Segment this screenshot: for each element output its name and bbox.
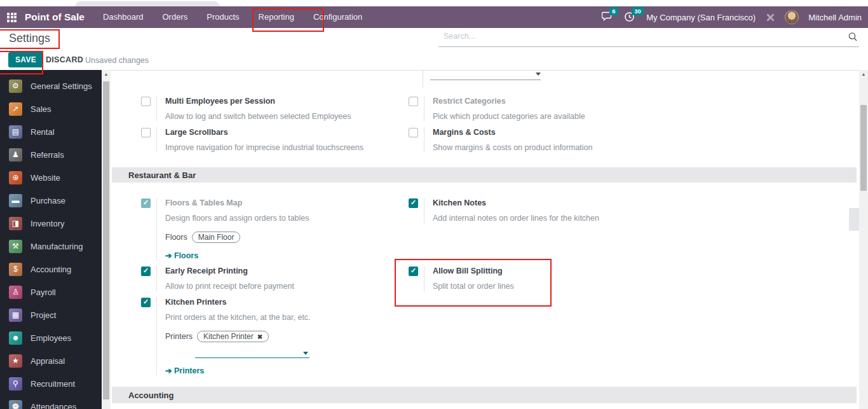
printers-link[interactable]: Printers [165,366,311,375]
checkbox-early-receipt-printing[interactable] [141,267,151,276]
sidebar-item-employees[interactable]: ☻Employees [0,326,102,349]
sidebar-item-label: Website [31,173,60,183]
setting-label[interactable]: Kitchen Notes [433,198,599,209]
sidebar-item-sales[interactable]: ↗Sales [0,97,102,120]
referral-person-icon: ♟ [9,148,22,162]
sidebar-item-recruitment[interactable]: ⚲Recruitment [0,372,102,395]
sidebar-item-label: Payroll [31,288,56,297]
sidebar-scrollbar[interactable]: ▲ [102,70,111,409]
setting-label[interactable]: Large Scrollbars [165,127,363,138]
settings-panel: Multi Employees per Session Allow to log… [111,70,859,409]
checkbox-allow-bill-splitting[interactable] [409,267,418,276]
setting-label[interactable]: Early Receipt Printing [165,266,294,277]
truncated-dropdown-field[interactable] [430,71,541,80]
sales-chart-icon: ↗ [9,102,22,116]
printers-tag[interactable]: Kitchen Printer ✖ [197,331,269,342]
sidebar-item-label: General Settings [31,81,92,91]
checkbox-margins-costs[interactable] [409,128,418,137]
sidebar-item-payroll[interactable]: ♙Payroll [0,281,102,303]
floors-link[interactable]: Floors [165,251,309,260]
section-restaurant-bar: Restaurant & Bar [112,167,857,183]
setting-restrict-categories: Restrict Categories Pick which product c… [409,96,585,121]
sidebar-item-manufacturing[interactable]: ⚒Manufacturing [0,235,102,258]
setting-desc: Allow to log and switch between selected… [165,111,351,121]
app-name[interactable]: Point of Sale [25,11,85,23]
messages-button[interactable]: 6 [602,11,614,23]
developer-tools-icon[interactable] [765,12,775,22]
content-scrollbar[interactable]: ▲ [859,70,868,409]
activities-button[interactable]: 30 [624,11,637,23]
sidebar-item-label: Employees [31,333,71,343]
setting-label[interactable]: Allow Bill Splitting [433,266,514,277]
printers-dropdown-field[interactable] [195,349,309,358]
checkbox-multi-employees[interactable] [141,97,151,106]
save-button[interactable]: SAVE [8,52,43,67]
content-scrollbar-thumb[interactable] [860,105,867,191]
wrench-icon: ⚒ [9,240,22,253]
sidebar-item-purchase[interactable]: ▬Purchase [0,189,102,212]
setting-multi-employees: Multi Employees per Session Allow to log… [141,96,351,121]
scroll-up-icon[interactable]: ▲ [859,72,868,76]
setting-desc: Pick which product categories are availa… [433,111,585,121]
sidebar-item-attendances[interactable]: ⌚Attendances [0,395,102,409]
section-title: Accounting [112,391,174,400]
menu-products[interactable]: Products [197,6,248,28]
checkbox-restrict-categories[interactable] [409,97,418,106]
payroll-person-icon: ♙ [9,286,22,299]
setting-label[interactable]: Floors & Tables Map [165,198,309,209]
search-icon[interactable] [848,32,858,42]
setting-desc: Improve navigation for imprecise industr… [165,142,363,153]
sidebar-item-website[interactable]: ⊕Website [0,166,102,189]
sidebar-item-appraisal[interactable]: ★Appraisal [0,349,102,372]
messages-badge: 6 [609,7,618,15]
save-bar: SAVE DISCARD Unsaved changes [0,50,868,70]
setting-label[interactable]: Restrict Categories [433,96,585,107]
gear-icon: ⚙ [9,80,22,93]
menu-dashboard[interactable]: Dashboard [93,6,153,28]
apps-menu-icon[interactable] [7,13,17,22]
search-bar [438,29,859,47]
sidebar-item-rental[interactable]: ▤Rental [0,120,102,143]
company-switcher[interactable]: My Company (San Francisco) [646,13,756,22]
people-icon: ☻ [9,331,22,345]
setting-label[interactable]: Kitchen Printers [165,297,311,308]
checkbox-kitchen-printers[interactable] [141,298,151,307]
sidebar-item-referrals[interactable]: ♟Referrals [0,143,102,166]
chevron-down-icon [536,73,541,76]
search-input[interactable] [444,32,825,41]
sidebar-item-label: Sales [31,104,51,114]
browser-chrome-strip [0,0,868,6]
scroll-up-icon[interactable]: ▲ [102,72,111,76]
sidebar-item-inventory[interactable]: ◨Inventory [0,212,102,235]
tag-remove-icon[interactable]: ✖ [257,333,262,340]
printers-field-label: Printers [165,332,193,341]
menu-configuration[interactable]: Configuration [304,6,372,28]
sidebar-item-general-settings[interactable]: ⚙General Settings [0,74,102,97]
checkbox-floors-tables-map[interactable] [141,198,151,208]
setting-label[interactable]: Margins & Costs [433,127,593,138]
avatar[interactable] [785,10,799,24]
partial-widget [849,208,859,231]
top-navbar: Point of Sale Dashboard Orders Products … [0,6,868,28]
menu-orders[interactable]: Orders [153,6,197,28]
checkbox-kitchen-notes[interactable] [409,198,418,208]
setting-margins-costs: Margins & Costs Show margins & costs on … [409,127,593,153]
sidebar-scrollbar-thumb[interactable] [103,81,109,399]
setting-large-scrollbars: Large Scrollbars Improve navigation for … [141,127,363,153]
setting-label[interactable]: Multi Employees per Session [165,96,351,107]
sidebar-item-label: Rental [31,127,55,137]
user-menu[interactable]: Mitchell Admin [808,13,862,22]
setting-desc: Show margins & costs on product informat… [433,142,593,153]
divider [423,71,423,88]
setting-allow-bill-splitting: Allow Bill Splitting Split total or orde… [409,266,514,291]
menu-reporting[interactable]: Reporting [249,6,304,28]
discard-button[interactable]: DISCARD [46,55,83,64]
floors-tag[interactable]: Main Floor [192,232,241,243]
sidebar-item-project[interactable]: ▦Project [0,303,102,326]
sidebar-item-label: Purchase [31,196,65,205]
sidebar-item-accounting[interactable]: $Accounting [0,258,102,281]
sidebar-item-label: Inventory [31,219,64,228]
checkbox-large-scrollbars[interactable] [141,128,151,137]
setting-early-receipt-printing: Early Receipt Printing Allow to print re… [141,266,294,291]
main-menu: Dashboard Orders Products Reporting Conf… [93,6,372,28]
